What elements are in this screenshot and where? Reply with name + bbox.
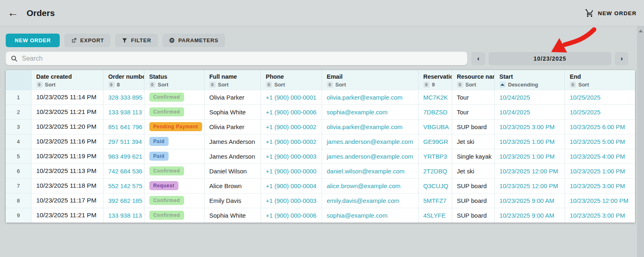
start-link[interactable]: 10/24/2025 [500,109,530,116]
search-input[interactable] [22,55,462,62]
cell-resource-name: Jet ski [452,164,494,178]
new-order-topbar-button[interactable]: NEW ORDER [585,0,637,26]
sort-control[interactable]: 9 [423,82,447,88]
sort-updown-icon[interactable] [266,82,272,88]
cell-full-name: James Anderson [204,134,261,149]
table-header-row: Date createdSortOrder number8StatusSortF… [6,70,635,90]
start-link[interactable]: 10/23/2025 9:00 AM [500,197,554,204]
start-link[interactable]: 10/23/2025 12:00 PM [500,182,558,189]
sort-control[interactable]: Sort [327,82,413,88]
start-link[interactable]: 10/24/2025 [500,94,530,101]
order-number-link[interactable]: 133 938 113 [108,212,142,219]
vertical-scrollbar[interactable] [637,26,644,257]
email-link[interactable]: james.anderson@example.com [327,153,413,160]
email-link[interactable]: alice.brown@example.com [327,182,401,189]
email-link[interactable]: sophia@example.com [327,212,388,219]
order-number-link[interactable]: 552 142 575 [108,182,142,189]
reservation-link[interactable]: 4SLYFE [423,212,446,219]
reservation-link[interactable]: 5MTFZ7 [423,197,447,204]
phone-link[interactable]: +1 (900) 000-0006 [266,212,317,219]
start-link[interactable]: 10/23/2025 1:00 PM [500,153,555,160]
email-link[interactable]: daniel.wilson@example.com [327,168,405,175]
phone-link[interactable]: +1 (900) 000-0002 [266,138,317,145]
sort-updown-icon[interactable] [570,82,576,88]
cell-date-created: 10/23/2025 11:18 PM [31,178,103,193]
reservation-link[interactable]: YRTBP3 [423,153,447,160]
phone-link[interactable]: +1 (900) 000-0003 [266,197,317,204]
email-link[interactable]: olivia.parker@example.com [327,123,403,130]
phone-link[interactable]: +1 (900) 000-0000 [266,168,317,175]
start-link[interactable]: 10/23/2025 3:00 PM [500,123,555,130]
sort-control[interactable]: Descending [500,82,560,88]
reservation-link[interactable]: Q3CUJQ [423,182,448,189]
row-number: 4 [6,134,31,149]
sort-updown-icon[interactable] [327,82,333,88]
order-number-link[interactable]: 983 499 621 [108,153,142,160]
back-arrow-icon[interactable]: ← [7,7,18,18]
email-link[interactable]: olivia.parker@example.com [327,94,403,101]
sort-control[interactable]: Sort [266,82,317,88]
parameters-button[interactable]: ⚙ PARAMETERS [162,34,225,47]
email-link[interactable]: emily.davis@example.com [327,197,400,204]
end-link[interactable]: 10/23/2025 3:00 PM [570,182,625,189]
row-number: 1 [6,90,31,105]
sort-updown-icon[interactable] [423,82,430,88]
start-link[interactable]: 10/23/2025 9:00 AM [500,212,554,219]
filter-button[interactable]: FILTER [115,34,158,47]
phone-link[interactable]: +1 (900) 000-0004 [266,182,317,189]
start-link[interactable]: 10/23/2025 12:00 PM [500,168,558,175]
next-day-button[interactable]: › [615,52,628,65]
end-link[interactable]: 10/23/2025 6:00 PM [570,123,625,130]
order-number-link[interactable]: 392 682 185 [108,197,142,204]
sort-updown-icon[interactable] [36,82,43,88]
end-link[interactable]: 10/25/2025 [570,94,601,101]
sort-control[interactable]: Sort [570,82,630,88]
sort-control[interactable]: Sort [209,82,256,88]
cell-order-number: 851 641 796 [103,119,144,134]
cell-start: 10/23/2025 1:00 PM [494,134,565,149]
sort-control[interactable]: Sort [36,82,98,88]
phone-link[interactable]: +1 (900) 000-0003 [266,153,317,160]
new-order-button[interactable]: NEW ORDER [6,34,60,47]
reservation-link[interactable]: GE99GR [423,138,448,145]
cell-order-number: 552 142 575 [103,178,144,193]
order-number-link[interactable]: 133 938 113 [108,109,142,116]
email-link[interactable]: sophia@example.com [327,109,388,116]
sort-control[interactable]: Sort [149,82,199,88]
prev-day-button[interactable]: ‹ [471,52,485,65]
phone-link[interactable]: +1 (900) 000-0001 [266,94,317,101]
reservation-link[interactable]: 2T2DBQ [423,168,447,175]
end-link[interactable]: 10/23/2025 5:00 PM [570,138,625,145]
sort-updown-icon[interactable] [149,82,155,88]
phone-link[interactable]: +1 (900) 000-0002 [266,123,317,130]
orders-table: Date createdSortOrder number8StatusSortF… [6,70,635,223]
reservation-link[interactable]: MC7K2K [423,94,448,101]
order-number-link[interactable]: 297 511 394 [108,138,142,145]
end-link[interactable]: 10/23/2025 1:00 PM [570,168,625,175]
cell-order-number: 297 511 394 [103,134,144,149]
end-link[interactable]: 10/23/2025 12:00 PM [570,197,628,204]
sort-updown-icon[interactable] [457,82,463,88]
reservation-link[interactable]: 7DBZSD [423,109,448,116]
end-link[interactable]: 10/25/2025 [570,109,601,116]
search-box[interactable] [6,52,467,65]
header-start: StartDescending [494,70,565,90]
header-resource-name: Resource nameSort [452,70,494,90]
sort-updown-icon[interactable] [209,82,216,88]
order-number-link[interactable]: 328 333 895 [108,94,142,101]
sort-updown-icon[interactable] [108,82,115,88]
sort-ascending-icon[interactable] [500,82,506,88]
order-number-link[interactable]: 851 641 796 [108,123,142,130]
phone-link[interactable]: +1 (900) 000-0006 [266,109,317,116]
sort-control[interactable]: Sort [457,82,489,88]
start-link[interactable]: 10/23/2025 1:00 PM [500,138,555,145]
order-number-link[interactable]: 742 684 536 [108,168,142,175]
export-button[interactable]: EXPORT [64,34,110,47]
scroll-up-arrow-icon[interactable] [639,30,643,32]
end-link[interactable]: 10/23/2025 3:00 PM [570,212,625,219]
date-display-button[interactable]: 10/23/2025 [489,52,611,65]
end-link[interactable]: 10/23/2025 4:00 PM [570,153,625,160]
sort-control[interactable]: 8 [108,82,139,88]
email-link[interactable]: james.anderson@example.com [327,138,413,145]
reservation-link[interactable]: VBGUBA [423,123,449,130]
